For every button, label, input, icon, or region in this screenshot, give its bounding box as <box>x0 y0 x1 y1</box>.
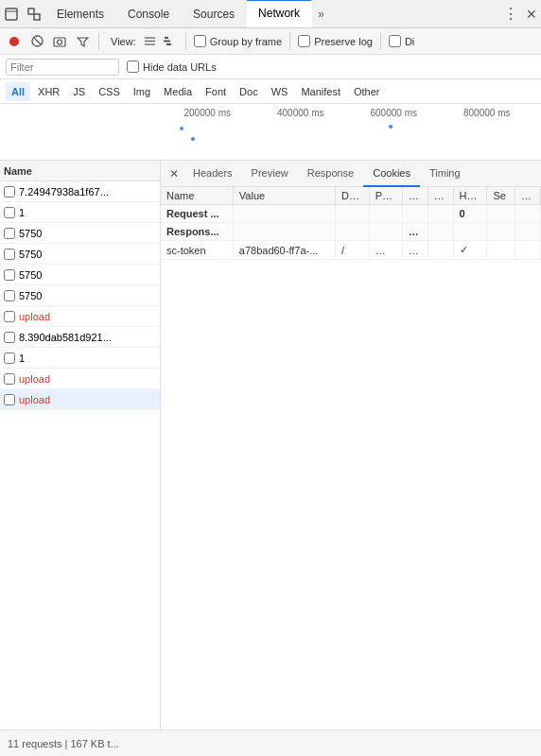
svg-rect-1 <box>28 9 34 14</box>
request-item-7[interactable]: 8.390dab581d921... <box>0 327 160 348</box>
cookie-expires: … <box>402 241 428 260</box>
filter-input[interactable] <box>6 59 119 76</box>
type-filter-font[interactable]: Font <box>200 82 232 101</box>
record-button[interactable] <box>6 33 23 50</box>
preserve-log-checkbox[interactable] <box>298 35 310 47</box>
toolbar-divider <box>98 33 99 50</box>
request-checkbox-7[interactable] <box>4 332 15 343</box>
group-by-frame-label: Group by frame <box>210 36 282 47</box>
cookie-value: a78bad60-ff7a-... <box>233 241 335 260</box>
request-checkbox-1[interactable] <box>4 207 15 218</box>
request-item-6[interactable]: upload <box>0 306 160 327</box>
request-checkbox-9[interactable] <box>4 373 15 385</box>
filter-button[interactable] <box>74 33 91 50</box>
cookie-httponly: ✓ <box>453 241 487 260</box>
request-item-1[interactable]: 1 <box>0 202 160 223</box>
type-filter-js[interactable]: JS <box>67 82 91 101</box>
request-checkbox-6[interactable] <box>4 311 15 322</box>
request-item-8[interactable]: 1 <box>0 348 160 369</box>
status-text: 11 requests | 167 KB t... <box>8 738 119 749</box>
request-item-9[interactable]: upload <box>0 369 160 389</box>
request-name-3: 5750 <box>19 249 42 260</box>
clear-button[interactable] <box>28 33 45 50</box>
disable-cache-checkbox-group[interactable]: Di <box>389 35 414 47</box>
response-section-size <box>428 223 453 241</box>
request-name-4: 5750 <box>19 269 42 281</box>
col-httponly: H… <box>453 187 487 205</box>
request-section-value <box>233 205 335 223</box>
request-item-4[interactable]: 5750 <box>0 265 160 285</box>
detail-tab-response[interactable]: Response <box>298 161 364 187</box>
request-section-expires <box>402 205 428 223</box>
detail-panel: ✕ Headers Preview Response Cookies Timin… <box>161 161 541 730</box>
cookie-name: sc-token <box>161 241 233 260</box>
response-section-domain <box>335 223 369 241</box>
col-domain: D… <box>335 187 369 205</box>
response-section-value <box>233 223 335 241</box>
cookie-path: … <box>369 241 402 260</box>
tab-elements[interactable]: Elements <box>45 0 116 28</box>
request-checkbox-0[interactable] <box>4 186 15 198</box>
disable-cache-checkbox[interactable] <box>389 35 401 47</box>
group-by-frame-checkbox[interactable] <box>194 35 206 47</box>
request-checkbox-3[interactable] <box>4 249 15 260</box>
request-item-3[interactable]: 5750 <box>0 244 160 265</box>
type-filter-css[interactable]: CSS <box>93 82 126 101</box>
close-icon[interactable]: ✕ <box>526 7 537 22</box>
hide-data-urls-group[interactable]: Hide data URLs <box>127 60 217 73</box>
hide-data-urls-checkbox[interactable] <box>127 60 139 73</box>
request-checkbox-5[interactable] <box>4 290 15 301</box>
detail-tab-preview[interactable]: Preview <box>242 161 298 187</box>
cookie-domain: / <box>335 241 369 260</box>
cookie-samesite <box>515 241 541 260</box>
request-section-domain <box>335 205 369 223</box>
request-checkbox-8[interactable] <box>4 352 15 364</box>
col-path: P… <box>369 187 402 205</box>
request-checkbox-2[interactable] <box>4 228 15 239</box>
devtools-icon <box>4 7 19 22</box>
timeline-label-1: 200000 ms <box>184 108 231 118</box>
type-filter-xhr[interactable]: XHR <box>32 82 65 101</box>
timeline-label-3: 600000 ms <box>371 108 417 118</box>
col-samesite: … <box>515 187 541 205</box>
type-filter-other[interactable]: Other <box>348 82 386 101</box>
request-item-0[interactable]: 7.24947938a1f67... <box>0 181 160 202</box>
svg-rect-0 <box>6 9 17 20</box>
detail-close-button[interactable]: ✕ <box>165 164 183 183</box>
request-name-7: 8.390dab581d921... <box>19 332 112 343</box>
group-by-frame-checkbox-group[interactable]: Group by frame <box>194 35 282 47</box>
tab-more[interactable]: » <box>312 8 330 21</box>
tab-network[interactable]: Network <box>247 0 312 27</box>
cookie-row-sc-token[interactable]: sc-token a78bad60-ff7a-... / … … ✓ <box>161 241 541 260</box>
preserve-log-checkbox-group[interactable]: Preserve log <box>298 35 373 47</box>
type-filter-doc[interactable]: Doc <box>234 82 264 101</box>
toolbar-divider-4 <box>380 33 381 50</box>
timeline-labels: 200000 ms 400000 ms 600000 ms 800000 ms <box>0 104 541 118</box>
type-filter-all[interactable]: All <box>6 82 30 101</box>
type-filter-manifest[interactable]: Manifest <box>295 82 346 101</box>
detail-tab-timing[interactable]: Timing <box>420 161 470 187</box>
tab-console[interactable]: Console <box>116 0 182 28</box>
view-list-button[interactable] <box>142 33 159 50</box>
timeline-dot-3 <box>389 125 393 129</box>
inspect-icon <box>26 7 42 22</box>
request-item-5[interactable]: 5750 <box>0 285 160 306</box>
view-waterfall-button[interactable] <box>161 33 178 50</box>
response-section-httponly <box>453 223 487 241</box>
request-checkbox-4[interactable] <box>4 269 15 281</box>
type-filter-img[interactable]: Img <box>128 82 156 101</box>
type-filter-media[interactable]: Media <box>158 82 198 101</box>
detail-tab-cookies[interactable]: Cookies <box>363 161 420 187</box>
detail-tab-headers[interactable]: Headers <box>183 161 242 187</box>
col-name: Name <box>161 187 233 205</box>
request-list-panel: Name 7.24947938a1f67... 1 5750 5750 5750… <box>0 161 161 730</box>
request-name-6: upload <box>19 311 50 322</box>
tab-sources[interactable]: Sources <box>182 0 247 28</box>
request-item-10[interactable]: upload <box>0 389 160 410</box>
type-filter-ws[interactable]: WS <box>266 82 294 101</box>
overflow-icon[interactable]: ⋮ <box>503 5 518 23</box>
type-filter-bar: All XHR JS CSS Img Media Font Doc WS Man… <box>0 79 541 104</box>
camera-button[interactable] <box>51 33 68 50</box>
request-item-2[interactable]: 5750 <box>0 223 160 244</box>
request-checkbox-10[interactable] <box>4 394 15 405</box>
